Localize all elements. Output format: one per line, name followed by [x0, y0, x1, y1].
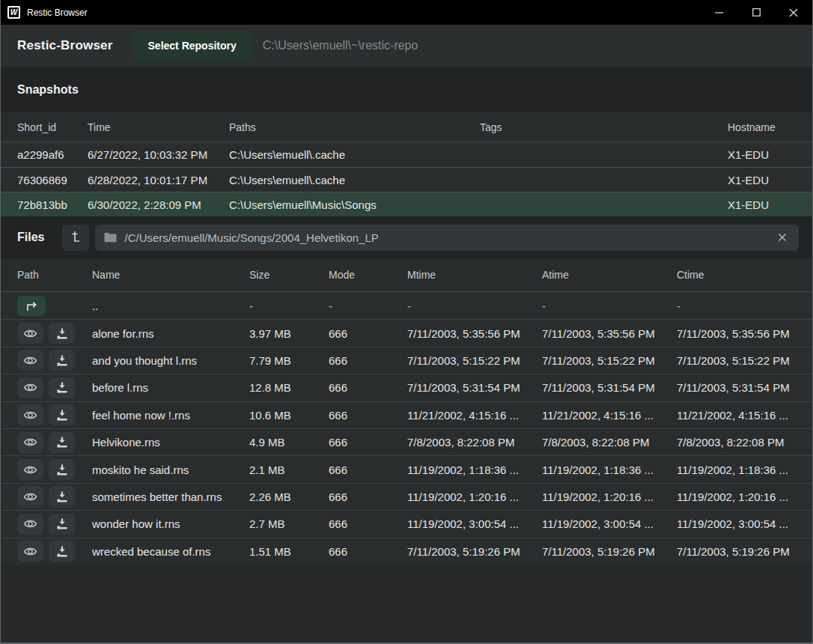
snapshots-section-header: Snapshots: [1, 67, 812, 112]
download-icon: [56, 355, 68, 366]
column-header-hostname: Hostname: [728, 121, 799, 133]
preview-file-button[interactable]: [17, 350, 43, 371]
snapshots-table-body: a2299af6 6/27/2022, 10:03:32 PM C:\Users…: [1, 142, 812, 216]
column-header-paths: Paths: [229, 121, 480, 133]
preview-file-button[interactable]: [17, 514, 43, 535]
file-row: moskito he said.rns 2.1 MB 666 11/19/200…: [1, 455, 812, 482]
column-header-size: Size: [249, 269, 329, 281]
titlebar-left: W Restic Browser: [1, 6, 88, 19]
app-window: W Restic Browser Restic-Browser: [0, 0, 813, 644]
file-row: sometimes better than.rns 2.26 MB 666 11…: [1, 483, 812, 510]
eye-icon: [23, 519, 37, 529]
eye-icon: [23, 383, 37, 392]
titlebar: W Restic Browser: [1, 0, 812, 25]
path-root-button[interactable]: [62, 225, 89, 251]
preview-file-button[interactable]: [17, 404, 43, 425]
download-file-button[interactable]: [49, 514, 75, 535]
maximize-button[interactable]: [737, 0, 775, 25]
folder-icon: [104, 232, 117, 243]
download-file-button[interactable]: [49, 541, 75, 562]
download-icon: [56, 410, 68, 421]
snapshots-table-header: Short_id Time Paths Tags Hostname: [1, 112, 812, 142]
column-header-atime: Atime: [542, 269, 677, 281]
file-row: wonder how it.rns 2.7 MB 666 11/19/2002,…: [1, 510, 812, 537]
maximize-icon: [752, 8, 761, 16]
file-row: wrecked because of.rns 1.51 MB 666 7/11/…: [1, 538, 812, 565]
window-title: Restic Browser: [27, 7, 88, 18]
eye-icon: [23, 356, 37, 365]
files-table-header: Path Name Size Mode Mtime Atime Ctime: [1, 258, 812, 292]
column-header-mode: Mode: [329, 269, 407, 281]
snapshot-row[interactable]: a2299af6 6/27/2022, 10:03:32 PM C:\Users…: [1, 142, 812, 167]
minimize-icon: [715, 12, 723, 13]
column-header-mtime: Mtime: [407, 269, 542, 281]
file-row: and you thought l.rns 7.79 MB 666 7/11/2…: [1, 347, 812, 374]
files-title: Files: [17, 231, 44, 244]
preview-file-button[interactable]: [17, 432, 43, 453]
preview-file-button[interactable]: [17, 377, 43, 398]
download-file-button[interactable]: [49, 404, 75, 425]
file-row: alone for.rns 3.97 MB 666 7/11/2003, 5:3…: [1, 319, 812, 346]
minimize-button[interactable]: [700, 0, 737, 25]
files-table-body: .. - - - - - alone for.rns 3.97 MB 666 7…: [1, 292, 812, 565]
close-button[interactable]: [775, 0, 812, 25]
current-path-input[interactable]: /C/Users/emuell/Music/Songs/2004_Helveti…: [95, 225, 799, 251]
window-controls: [700, 0, 812, 25]
page-title: Restic-Browser: [17, 38, 113, 53]
close-icon: [789, 8, 798, 17]
eye-icon: [23, 547, 37, 556]
file-row: feel home now !.rns 10.6 MB 666 11/21/20…: [1, 401, 812, 428]
file-row: Helvikone.rns 4.9 MB 666 7/8/2003, 8:22:…: [1, 428, 812, 455]
column-header-short-id: Short_id: [17, 121, 88, 133]
download-file-button[interactable]: [49, 377, 75, 398]
download-file-button[interactable]: [49, 486, 75, 507]
column-header-name: Name: [92, 269, 249, 281]
repository-path-text: C:\Users\emuell\~\restic-repo: [263, 39, 418, 52]
column-header-path: Path: [17, 269, 92, 281]
download-icon: [56, 546, 68, 557]
clear-x-icon: [778, 233, 787, 242]
files-section-header: Files /C/Users/emuell/Music/Songs/2004_H…: [1, 216, 812, 258]
column-header-time: Time: [88, 121, 229, 133]
download-file-button[interactable]: [49, 350, 75, 371]
download-icon: [56, 382, 68, 393]
eye-icon: [23, 329, 37, 338]
eye-icon: [23, 492, 37, 502]
go-up-directory-button[interactable]: [17, 296, 46, 316]
download-icon: [56, 518, 68, 529]
column-header-tags: Tags: [480, 121, 728, 133]
up-one-level-arrow-icon: [24, 300, 39, 312]
clear-path-button[interactable]: [775, 230, 790, 245]
download-file-button[interactable]: [49, 432, 75, 453]
select-repository-button[interactable]: Select Repository: [133, 31, 252, 61]
download-icon: [56, 464, 68, 476]
download-icon: [56, 437, 68, 448]
preview-file-button[interactable]: [17, 459, 43, 480]
preview-file-button[interactable]: [17, 486, 43, 507]
current-path-value: /C/Users/emuell/Music/Songs/2004_Helveti…: [124, 231, 767, 244]
eye-icon: [23, 437, 37, 447]
download-icon: [56, 491, 68, 502]
path-root-glyph-icon: [69, 229, 82, 246]
download-file-button[interactable]: [49, 323, 75, 344]
file-row: .. - - - - -: [1, 292, 812, 319]
file-row: before l.rns 12.8 MB 666 7/11/2003, 5:31…: [1, 374, 812, 401]
app-logo-icon: W: [7, 6, 20, 19]
eye-icon: [23, 465, 37, 475]
preview-file-button[interactable]: [17, 323, 43, 344]
download-file-button[interactable]: [49, 459, 75, 480]
eye-icon: [23, 410, 37, 420]
download-icon: [56, 328, 68, 339]
snapshot-row[interactable]: 76306869 6/28/2022, 10:01:17 PM C:\Users…: [1, 167, 812, 192]
preview-file-button[interactable]: [17, 541, 43, 562]
snapshots-title: Snapshots: [17, 83, 79, 97]
header-toolbar: Restic-Browser Select Repository C:\User…: [1, 25, 812, 67]
column-header-ctime: Ctime: [677, 269, 799, 281]
snapshot-row[interactable]: 72b813bb 6/30/2022, 2:28:09 PM C:\Users\…: [1, 192, 812, 216]
